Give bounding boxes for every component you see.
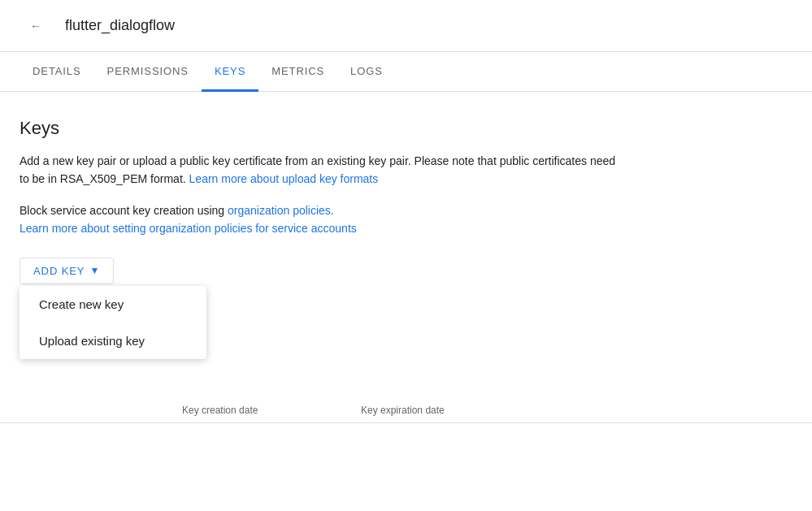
- back-button[interactable]: ←: [20, 10, 52, 42]
- org-policy-text: Block service account key creation using: [20, 204, 228, 217]
- add-key-button[interactable]: ADD KEY ▼: [20, 258, 114, 284]
- table-header-row: Key creation date Key expiration date: [0, 398, 812, 423]
- col-key-creation-date: Key creation date: [182, 405, 361, 416]
- tab-logs[interactable]: LOGS: [337, 53, 396, 92]
- tab-keys[interactable]: KEYS: [202, 53, 258, 92]
- create-new-key-option[interactable]: Create new key: [20, 286, 206, 323]
- tab-metrics[interactable]: METRICS: [258, 53, 337, 92]
- col-type: [20, 405, 182, 416]
- add-key-wrapper: ADD KEY ▼ Create new key Upload existing…: [20, 258, 114, 284]
- org-policy-section: Block service account key creation using…: [20, 201, 621, 238]
- page-header: ← flutter_dialogflow: [0, 0, 812, 52]
- keys-table: Key creation date Key expiration date: [0, 398, 812, 423]
- col-key-expiration-date: Key expiration date: [361, 405, 540, 416]
- page-title: Keys: [20, 118, 792, 139]
- tab-details[interactable]: DETAILS: [20, 53, 94, 92]
- add-key-dropdown: Create new key Upload existing key: [20, 286, 206, 359]
- learn-more-org-link[interactable]: Learn more about setting organization po…: [20, 222, 357, 235]
- tab-permissions[interactable]: PERMISSIONS: [94, 53, 202, 92]
- org-policy-link[interactable]: organization policies.: [228, 204, 334, 217]
- page-content: Keys Add a new key pair or upload a publ…: [0, 92, 812, 304]
- tab-bar: DETAILS PERMISSIONS KEYS METRICS LOGS: [0, 52, 812, 92]
- learn-more-upload-link[interactable]: Learn more about upload key formats: [189, 172, 379, 185]
- chevron-down-icon: ▼: [89, 265, 100, 276]
- add-key-label: ADD KEY: [33, 265, 85, 277]
- header-title: flutter_dialogflow: [65, 17, 175, 34]
- upload-existing-key-option[interactable]: Upload existing key: [20, 323, 206, 359]
- description-text: Add a new key pair or upload a public ke…: [20, 152, 621, 188]
- back-icon: ←: [30, 19, 41, 32]
